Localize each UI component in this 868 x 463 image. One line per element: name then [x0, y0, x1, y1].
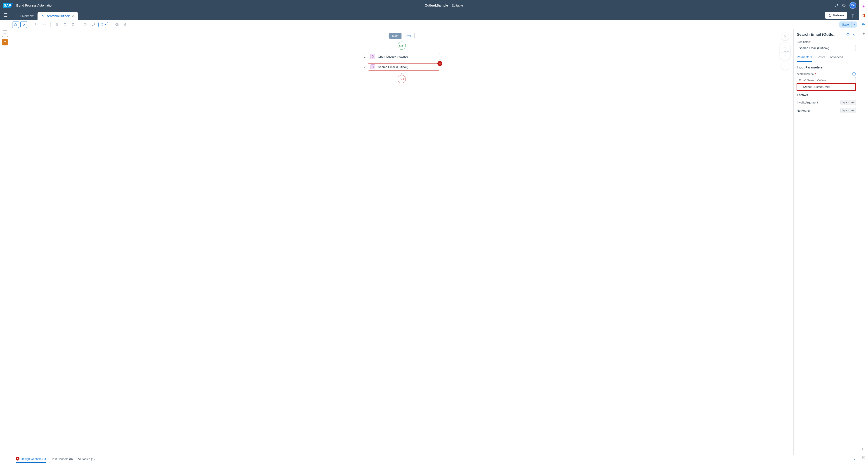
save-button-group: Save ▾ — [839, 22, 857, 28]
add-button[interactable]: ＋ — [2, 31, 8, 37]
sap-logo: SAP — [3, 3, 13, 8]
svg-point-1 — [837, 4, 838, 5]
error-mode-tab[interactable]: Error — [402, 33, 414, 39]
tab-tester[interactable]: Tester — [817, 55, 825, 62]
tab-advanced[interactable]: Advanced — [830, 55, 843, 62]
top-header: SAP Build Process Automation OutlookSamp… — [0, 0, 859, 11]
copilot-icon[interactable]: ✦ — [862, 4, 866, 9]
throws-title: Throws — [797, 93, 856, 97]
zoom-control: ＋ ⌄ 100% − — [780, 43, 790, 60]
debug-icon[interactable] — [12, 21, 19, 28]
paste-icon[interactable] — [70, 21, 76, 28]
tab-row: ☰ Overview searchInOutlook ✕ Release — [0, 11, 859, 20]
clipboard-icon — [16, 14, 19, 18]
feedback-icon[interactable] — [835, 3, 838, 7]
searchcriteria-input[interactable] — [797, 77, 856, 84]
info-icon[interactable]: i — [781, 62, 789, 70]
panel-close-icon[interactable]: ✕ — [852, 33, 856, 36]
cut-icon[interactable] — [61, 21, 68, 28]
svg-rect-13 — [64, 23, 66, 26]
brand: Build Process Automation — [16, 4, 53, 7]
throw-notfound: NotFound irpa_core — [797, 108, 856, 113]
swap-icon[interactable] — [90, 21, 97, 28]
svg-point-7 — [44, 15, 44, 15]
release-button[interactable]: Release — [825, 12, 847, 19]
error-badge-icon[interactable]: ✕ — [437, 61, 442, 66]
test-console-tab[interactable]: Test Console (0) — [51, 456, 73, 463]
tab-overview[interactable]: Overview — [11, 12, 37, 20]
bottom-bar: ✕ Design Console (1) Test Console (0) Va… — [0, 455, 859, 463]
design-console-tab[interactable]: ✕ Design Console (1) — [16, 455, 46, 463]
step-2: 2 Search Email (Outlook) ✕ — [363, 63, 440, 70]
input-parameters-title: Input Parameters — [797, 66, 856, 69]
start-node[interactable]: Start — [398, 41, 406, 50]
tab-searchinoutlook[interactable]: searchInOutlook ✕ — [37, 12, 78, 20]
panel-info-icon[interactable] — [846, 33, 850, 36]
stepname-label: Step name* — [797, 40, 856, 44]
toolbar: ▾ Save ▾ — [0, 20, 859, 29]
avatar[interactable]: CA — [849, 2, 856, 9]
zoom-in-icon[interactable]: ＋ — [783, 44, 787, 50]
screen-add-icon[interactable] — [82, 21, 89, 28]
main-area: ＋ ⋮ Main Error ＋ ⌄ 100% − i — [0, 29, 859, 455]
svg-rect-17 — [101, 24, 103, 26]
svg-rect-12 — [56, 24, 57, 25]
left-toolbar: ＋ — [0, 29, 10, 455]
drag-handle-icon[interactable]: ⋮ — [9, 101, 12, 102]
outlook-icon[interactable] — [862, 22, 866, 27]
canvas[interactable]: ⋮ Main Error ＋ ⌄ 100% − i Start — [10, 29, 794, 455]
project-status: Editable — [452, 4, 463, 7]
stepname-input[interactable] — [797, 45, 856, 51]
settings-icon[interactable] — [862, 455, 866, 460]
variables-tab[interactable]: Variables (1) — [78, 456, 95, 463]
main-mode-tab[interactable]: Main — [389, 33, 401, 39]
help-icon[interactable] — [842, 3, 846, 7]
redo-icon[interactable] — [41, 21, 48, 28]
automation-icon — [41, 14, 45, 18]
header-center: OutlookSample Editable — [53, 4, 835, 7]
error-count-icon: ✕ — [16, 457, 20, 461]
tab-parameters[interactable]: Parameters — [797, 55, 812, 62]
save-button[interactable]: Save — [839, 22, 851, 28]
panel-title: Search Email (Outlo... — [797, 32, 844, 37]
svg-rect-16 — [84, 24, 86, 25]
properties-panel: Search Email (Outlo... ✕ Step name* Para… — [794, 29, 859, 455]
gear-icon[interactable] — [850, 14, 855, 18]
zoom-level[interactable]: ⌄ 100% — [781, 50, 789, 53]
search-icon[interactable] — [781, 33, 789, 40]
upload-icon — [828, 14, 831, 17]
svg-point-3 — [844, 6, 844, 6]
close-icon[interactable]: ✕ — [71, 14, 74, 18]
visibility-off-icon[interactable] — [114, 21, 121, 28]
svg-point-8 — [43, 16, 43, 17]
flowchart: Start 1 Open Outlook Instance 2 — [363, 41, 440, 83]
play-icon[interactable] — [20, 21, 27, 28]
selection-dropdown[interactable]: ▾ — [98, 22, 108, 27]
svg-point-30 — [863, 457, 864, 458]
undo-icon[interactable] — [33, 21, 39, 28]
svg-point-19 — [4, 41, 4, 41]
zoom-out-icon[interactable]: − — [784, 53, 786, 59]
add-app-icon[interactable]: ＋ — [862, 31, 866, 36]
office-icon[interactable] — [862, 13, 866, 18]
step-1: 1 Open Outlook Instance — [363, 53, 440, 60]
activity-icon — [370, 64, 375, 69]
param-info-icon[interactable]: i — [852, 72, 856, 76]
svg-point-6 — [42, 15, 43, 15]
svg-point-20 — [5, 41, 6, 41]
step-open-outlook[interactable]: Open Outlook Instance — [368, 53, 440, 60]
expand-console-icon[interactable] — [852, 458, 855, 461]
app-wrapper: SAP Build Process Automation OutlookSamp… — [0, 0, 859, 463]
panel-toggle-icon[interactable] — [862, 447, 866, 451]
property-tabs: Parameters Tester Advanced — [797, 55, 856, 62]
svg-rect-29 — [862, 448, 865, 450]
copy-icon[interactable] — [53, 21, 60, 28]
create-custom-data-option[interactable]: Create Custom Data — [797, 84, 856, 90]
activity-icon — [370, 54, 375, 59]
save-dropdown[interactable]: ▾ — [851, 22, 857, 28]
end-node[interactable]: End — [398, 75, 406, 83]
menu-icon[interactable]: ☰ — [2, 12, 9, 18]
delete-icon[interactable] — [122, 21, 129, 28]
automation-palette-icon[interactable] — [2, 39, 8, 45]
step-search-email[interactable]: Search Email (Outlook) ✕ — [368, 63, 440, 70]
